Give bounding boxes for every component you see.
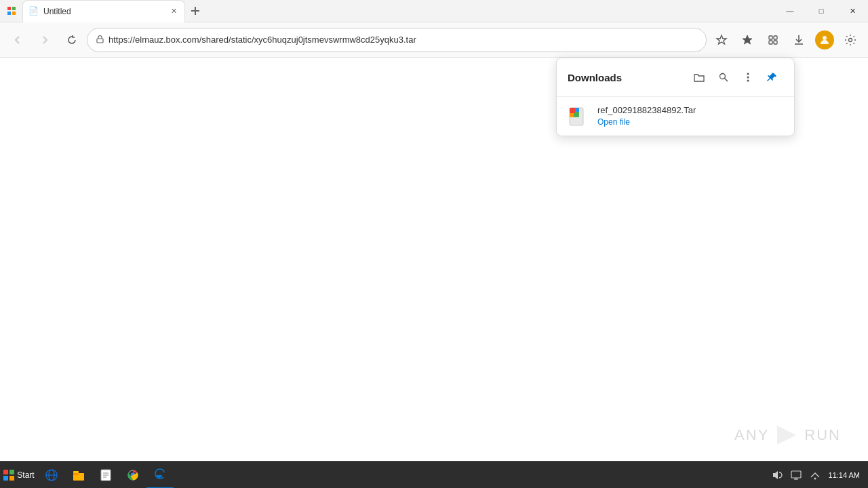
pin-downloads-button[interactable] xyxy=(762,66,783,88)
collections-button[interactable] xyxy=(761,28,785,52)
download-filename: ref_00291882384892.Tar xyxy=(597,105,783,115)
address-bar[interactable]: https://elmauz.box.com/shared/static/xyc… xyxy=(87,28,707,52)
titlebar-controls: — □ ✕ xyxy=(774,0,868,22)
start-label: Start xyxy=(17,470,34,480)
taskbar-chrome-icon[interactable] xyxy=(119,462,146,489)
back-button[interactable] xyxy=(5,28,30,52)
browser-menu-icon[interactable] xyxy=(0,0,22,22)
open-file-link[interactable]: Open file xyxy=(597,117,630,127)
navbar: https://elmauz.box.com/shared/static/xyc… xyxy=(0,22,868,58)
add-favorites-button[interactable] xyxy=(735,28,760,52)
minimize-button[interactable]: — xyxy=(774,0,806,22)
svg-point-16 xyxy=(747,73,749,75)
active-tab[interactable]: 📄 Untitled ✕ xyxy=(22,0,185,22)
downloads-header: Downloads xyxy=(557,58,794,97)
watermark-text: ANY xyxy=(734,426,769,444)
close-button[interactable]: ✕ xyxy=(837,0,868,22)
start-button[interactable]: Start xyxy=(0,462,38,489)
svg-point-18 xyxy=(747,80,749,82)
svg-rect-29 xyxy=(73,473,79,475)
display-icon[interactable] xyxy=(788,467,804,483)
svg-point-14 xyxy=(720,74,726,79)
svg-point-40 xyxy=(814,477,816,479)
svg-rect-6 xyxy=(97,39,103,43)
refresh-button[interactable] xyxy=(60,28,84,52)
svg-rect-1 xyxy=(12,7,16,10)
downloads-panel: Downloads xyxy=(556,58,795,136)
download-item: ref_00291882384892.Tar Open file xyxy=(557,97,794,136)
taskbar-edge-icon[interactable] xyxy=(146,462,174,489)
network-icon[interactable] xyxy=(807,467,823,483)
svg-rect-37 xyxy=(791,471,801,478)
taskbar-time-text: 11:14 AM xyxy=(829,471,860,479)
tab-close-button[interactable]: ✕ xyxy=(168,6,179,17)
volume-icon[interactable] xyxy=(769,467,785,483)
taskbar-ie-icon[interactable] xyxy=(38,462,65,489)
svg-rect-3 xyxy=(12,12,16,15)
svg-rect-7 xyxy=(769,36,772,39)
taskbar: Start xyxy=(0,461,868,488)
svg-rect-22 xyxy=(575,108,579,112)
tab-favicon-icon: 📄 xyxy=(28,6,39,17)
downloads-title: Downloads xyxy=(568,72,688,83)
taskbar-pinned-apps xyxy=(38,462,174,489)
svg-rect-10 xyxy=(774,41,777,44)
favorites-star-button[interactable] xyxy=(709,28,734,52)
watermark-logo-icon xyxy=(774,423,799,447)
windows-logo-icon xyxy=(3,470,14,481)
svg-marker-24 xyxy=(777,426,796,445)
svg-rect-2 xyxy=(7,12,11,15)
svg-point-13 xyxy=(849,38,852,41)
forward-button[interactable] xyxy=(33,28,57,52)
watermark-subtext: RUN xyxy=(804,426,841,444)
taskbar-clock[interactable]: 11:14 AM xyxy=(826,471,863,479)
tab-title: Untitled xyxy=(43,7,165,16)
settings-button[interactable] xyxy=(838,28,863,52)
svg-point-12 xyxy=(823,36,827,40)
svg-rect-23 xyxy=(570,113,574,117)
svg-rect-9 xyxy=(769,41,772,44)
open-downloads-folder-button[interactable] xyxy=(688,66,710,88)
taskbar-notepad-icon[interactable] xyxy=(92,462,119,489)
svg-rect-21 xyxy=(570,108,575,113)
nav-right-icons xyxy=(709,28,863,52)
url-text: https://elmauz.box.com/shared/static/xyc… xyxy=(108,35,698,45)
taskbar-right: 11:14 AM xyxy=(764,462,868,489)
tab-area: 📄 Untitled ✕ xyxy=(22,0,205,22)
watermark: ANY RUN xyxy=(734,423,841,447)
svg-rect-30 xyxy=(73,471,79,473)
downloads-more-options-button[interactable] xyxy=(737,66,759,88)
security-lock-icon xyxy=(96,35,104,45)
maximize-button[interactable]: □ xyxy=(806,0,837,22)
profile-button[interactable] xyxy=(815,30,834,49)
downloads-header-icons xyxy=(688,66,783,88)
svg-line-15 xyxy=(725,79,728,82)
svg-point-17 xyxy=(747,77,749,79)
download-file-icon xyxy=(568,106,589,127)
downloads-button[interactable] xyxy=(787,28,811,52)
titlebar: 📄 Untitled ✕ — □ ✕ xyxy=(0,0,868,22)
search-downloads-button[interactable] xyxy=(713,66,734,88)
svg-rect-8 xyxy=(774,36,777,39)
taskbar-fileexplorer-icon[interactable] xyxy=(65,462,92,489)
new-tab-button[interactable] xyxy=(185,1,205,21)
titlebar-left: 📄 Untitled ✕ xyxy=(0,0,774,22)
download-item-info: ref_00291882384892.Tar Open file xyxy=(597,105,783,127)
svg-rect-0 xyxy=(7,7,11,10)
